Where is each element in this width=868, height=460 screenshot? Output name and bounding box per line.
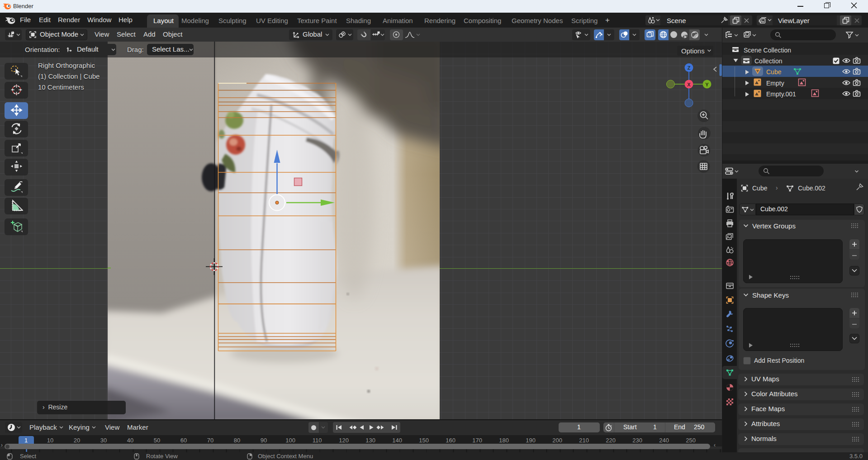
svg-text:X: X bbox=[687, 82, 691, 87]
svg-text:Z: Z bbox=[688, 65, 691, 71]
svg-text:Y: Y bbox=[705, 82, 709, 87]
